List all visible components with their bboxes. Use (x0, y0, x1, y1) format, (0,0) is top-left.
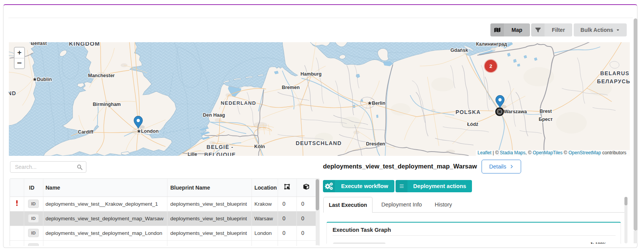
svg-text:Manchester: Manchester (88, 73, 115, 78)
svg-text:BELARUS: BELARUS (600, 70, 629, 76)
svg-text:POLSKA: POLSKA (455, 109, 481, 115)
svg-text:Birmingham: Birmingham (93, 102, 121, 107)
svg-text:Cardiff: Cardiff (78, 129, 94, 135)
svg-text:★Dublin: ★Dublin (33, 77, 52, 82)
svg-text:Калининград: Калининград (476, 42, 507, 47)
svg-text:★Berlin: ★Berlin (368, 101, 386, 106)
svg-text:Belfast: Belfast (31, 42, 47, 46)
svg-text:NEDERLAND: NEDERLAND (221, 100, 256, 106)
svg-text:DEUTSCHLAND: DEUTSCHLAND (296, 140, 342, 146)
svg-text:Hamburg: Hamburg (301, 71, 322, 77)
svg-text:✖: ✖ (498, 109, 501, 114)
svg-text:Łódź: Łódź (467, 122, 478, 127)
svg-text:БЕЛАРУСЬ: БЕЛАРУСЬ (597, 78, 630, 84)
svg-text:ND: ND (9, 90, 16, 96)
svg-text:★London: ★London (137, 129, 159, 134)
svg-text:Bremen: Bremen (282, 85, 300, 90)
svg-text:Köln: Köln (254, 144, 265, 149)
svg-text:Gdańsk: Gdańsk (450, 48, 468, 53)
svg-text:BELGIË -: BELGIË - (207, 144, 233, 150)
svg-text:KINGDOM: KINGDOM (69, 42, 100, 47)
svg-text:Lille: Lille (187, 152, 197, 156)
svg-text:Warszawa: Warszawa (504, 109, 527, 114)
svg-text:Dresden: Dresden (366, 141, 385, 147)
svg-text:BELGIQUE: BELGIQUE (204, 152, 236, 156)
svg-text:Брест: Брест (539, 117, 553, 122)
svg-text:Brest: Brest (540, 109, 552, 114)
svg-text:2: 2 (489, 63, 492, 69)
svg-text:Den Haag: Den Haag (203, 112, 225, 118)
